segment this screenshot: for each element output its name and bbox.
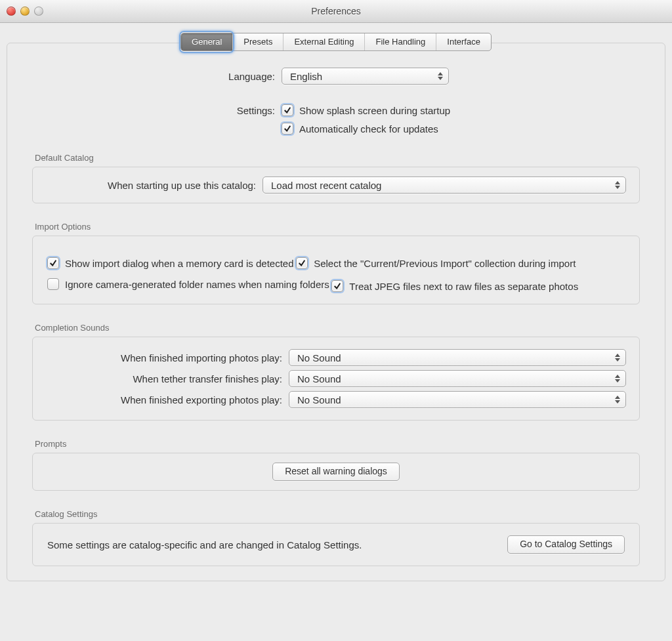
sound-tether-value: No Sound [297,373,341,384]
close-window-button[interactable] [7,7,16,16]
sound-importing-popup[interactable]: No Sound [289,349,626,366]
import-jpeg-separate-checkbox[interactable]: Treat JPEG files next to raw files as se… [331,280,578,292]
import-select-collection-label: Select the "Current/Previous Import" col… [314,258,576,269]
sound-tether-popup[interactable]: No Sound [289,370,626,387]
sound-exporting-label: When finished exporting photos play: [46,394,289,405]
sound-exporting-value: No Sound [297,394,341,405]
updown-icon [615,180,621,190]
sound-exporting-row: When finished exporting photos play: No … [46,391,626,408]
import-options-title: Import Options [35,222,640,232]
completion-sounds-group: When finished importing photos play: No … [32,337,640,421]
window-controls [7,7,43,16]
checkbox-box [282,104,293,116]
reset-warnings-button[interactable]: Reset all warning dialogs [272,463,400,481]
check-updates-checkbox[interactable]: Automatically check for updates [282,123,438,134]
language-popup-value: English [290,71,322,82]
updown-icon [615,352,621,363]
content-area: General Presets External Editing File Ha… [0,23,672,594]
checkbox-box [331,280,343,292]
catalog-settings-text: Some settings are catalog-specific and a… [47,539,362,550]
import-options-group: Show import dialog when a memory card is… [32,236,640,304]
titlebar: Preferences [0,0,672,23]
import-jpeg-separate-label: Treat JPEG files next to raw files as se… [349,281,578,292]
sound-importing-row: When finished importing photos play: No … [46,349,626,366]
default-catalog-popup-value: Load most recent catalog [271,180,381,191]
tab-external-editing[interactable]: External Editing [283,33,364,51]
zoom-window-button[interactable] [34,7,43,16]
settings-label: Settings: [32,105,282,116]
tab-bar-wrap: General Presets External Editing File Ha… [7,33,665,51]
import-show-dialog-label: Show import dialog when a memory card is… [65,258,294,269]
language-row: Language: English [32,68,640,85]
settings-row-1: Settings: Show splash screen during star… [32,104,640,116]
default-catalog-title: Default Catalog [35,153,640,163]
sound-tether-row: When tether transfer finishes play: No S… [46,370,626,387]
language-label: Language: [32,71,282,82]
main-panel: Language: English Settings: Show splash … [7,43,665,581]
import-show-dialog-checkbox[interactable]: Show import dialog when a memory card is… [47,257,294,269]
catalog-settings-group: Some settings are catalog-specific and a… [32,523,640,566]
checkbox-box [296,257,308,269]
prompts-title: Prompts [35,439,640,449]
default-catalog-popup[interactable]: Load most recent catalog [262,176,626,194]
check-icon [49,259,57,267]
check-icon [298,259,306,267]
language-popup[interactable]: English [282,68,449,85]
updown-icon [615,394,621,405]
check-icon [333,282,341,290]
tab-file-handling[interactable]: File Handling [364,33,436,51]
check-updates-label: Automatically check for updates [299,123,438,134]
show-splash-checkbox[interactable]: Show splash screen during startup [282,104,450,116]
checkbox-box [47,257,59,269]
sound-tether-label: When tether transfer finishes play: [46,373,289,384]
import-ignore-camera-folders-checkbox[interactable]: Ignore camera-generated folder names whe… [47,278,329,290]
settings-row-2: Automatically check for updates [32,123,640,134]
import-select-collection-checkbox[interactable]: Select the "Current/Previous Import" col… [296,257,576,269]
catalog-settings-title: Catalog Settings [35,509,640,519]
tab-bar: General Presets External Editing File Ha… [180,33,492,51]
go-to-catalog-settings-button[interactable]: Go to Catalog Settings [507,535,625,554]
sound-importing-value: No Sound [297,352,341,363]
default-catalog-label: When starting up use this catalog: [46,180,262,191]
tab-general[interactable]: General [181,33,232,51]
sound-exporting-popup[interactable]: No Sound [289,391,626,408]
default-catalog-group: When starting up use this catalog: Load … [32,167,640,203]
updown-icon [438,71,444,81]
import-ignore-camera-folders-label: Ignore camera-generated folder names whe… [65,279,329,290]
show-splash-label: Show splash screen during startup [299,105,450,116]
sound-importing-label: When finished importing photos play: [46,352,289,363]
tab-interface[interactable]: Interface [436,33,491,51]
window-title: Preferences [311,6,360,16]
checkbox-box [282,123,293,134]
default-catalog-row: When starting up use this catalog: Load … [46,176,626,194]
completion-sounds-title: Completion Sounds [35,323,640,333]
minimize-window-button[interactable] [20,7,30,16]
updown-icon [615,373,621,384]
check-icon [284,125,291,133]
checkbox-box [47,278,59,290]
prompts-group: Reset all warning dialogs [32,453,640,491]
check-icon [284,106,291,114]
tab-presets[interactable]: Presets [232,33,283,51]
